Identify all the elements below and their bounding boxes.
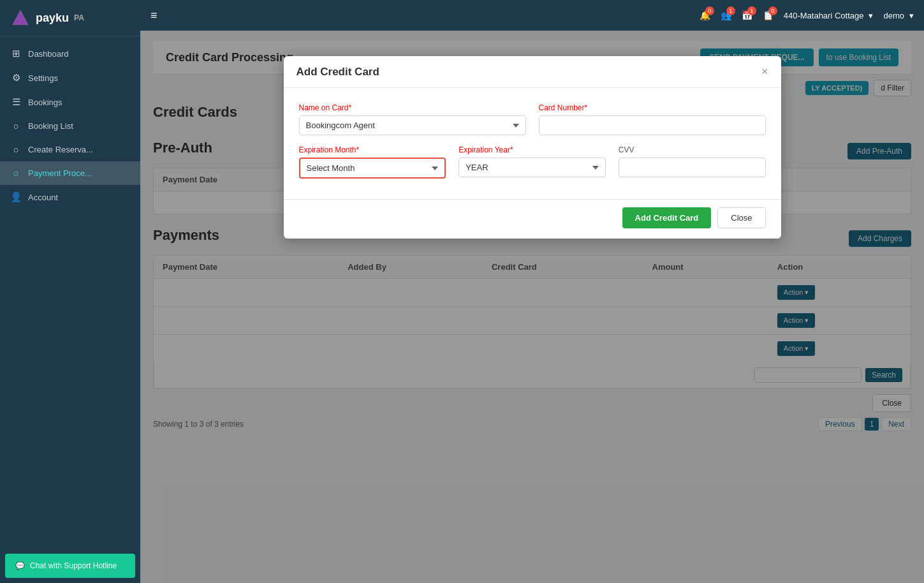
name-on-card-group: Name on Card* Bookingcom Agent — [299, 103, 526, 135]
user-dropdown-icon: ▾ — [909, 11, 914, 20]
clipboard-badge: 0 — [768, 6, 777, 15]
whatsapp-icon: 💬 — [15, 561, 25, 570]
add-cc-close-x-button[interactable]: × — [761, 65, 768, 78]
expiration-year-select[interactable]: YEAR 2024 2025 2026 2027 2028 2029 2030 — [458, 158, 606, 177]
sidebar: payku PA ⊞ Dashboard ⚙ Settings ☰ Bookin… — [0, 0, 140, 583]
property-name: 440-Matahari Cottage — [784, 11, 864, 20]
card-number-input[interactable] — [539, 115, 766, 135]
app-logo: payku PA — [0, 0, 140, 36]
notification-bell[interactable]: 🔔 0 — [700, 10, 710, 20]
modal-overlay: Add Credit Card × Name on Card* Bookin — [140, 31, 924, 583]
booking-list-icon: ○ — [10, 121, 22, 131]
sidebar-item-label: Dashboard — [28, 49, 69, 59]
expiration-month-label: Expiration Month* — [299, 145, 446, 154]
close-modal-button[interactable]: Close — [717, 207, 765, 228]
add-credit-card-button[interactable]: Add Credit Card — [622, 207, 712, 228]
logo-sub: PA — [74, 13, 84, 22]
content-area: Credit Card Processing SEND PAYMENT REQU… — [140, 31, 924, 583]
topbar: ≡ 🔔 0 👥 1 📅 1 📋 0 — [140, 0, 924, 31]
name-on-card-select[interactable]: Bookingcom Agent — [299, 115, 526, 135]
expiration-year-group: Expiration Year* YEAR 2024 2025 2026 202… — [458, 145, 606, 179]
sidebar-item-label: Bookings — [28, 98, 62, 107]
user-menu[interactable]: demo ▾ — [883, 11, 914, 20]
cvv-group: CVV — [619, 145, 766, 179]
sidebar-item-payment-processing[interactable]: ○ Payment Proce... — [0, 161, 140, 185]
payment-icon: ○ — [10, 168, 22, 179]
bell-badge: 0 — [705, 6, 714, 15]
add-cc-modal-body: Name on Card* Bookingcom Agent Card Numb… — [284, 88, 781, 199]
cvv-input[interactable] — [619, 158, 766, 177]
notification-clipboard[interactable]: 📋 0 — [763, 10, 774, 20]
settings-icon: ⚙ — [10, 72, 22, 84]
dashboard-icon: ⊞ — [10, 48, 22, 59]
name-on-card-label: Name on Card* — [299, 103, 526, 112]
hamburger-icon[interactable]: ≡ — [150, 9, 158, 22]
notification-users[interactable]: 👥 1 — [721, 10, 731, 20]
sidebar-item-label: Settings — [28, 73, 58, 83]
add-cc-modal-title: Add Credit Card — [297, 66, 379, 78]
main-content: ≡ 🔔 0 👥 1 📅 1 📋 0 — [140, 0, 924, 583]
sidebar-item-settings[interactable]: ⚙ Settings — [0, 66, 140, 90]
sidebar-item-dashboard[interactable]: ⊞ Dashboard — [0, 41, 140, 66]
sidebar-item-create-reservation[interactable]: ○ Create Reserva... — [0, 138, 140, 161]
sidebar-item-label: Payment Proce... — [28, 168, 92, 178]
property-dropdown-icon: ▾ — [869, 11, 873, 20]
sidebar-item-bookings[interactable]: ☰ Bookings — [0, 90, 140, 114]
form-row-1: Name on Card* Bookingcom Agent Card Numb… — [299, 103, 766, 135]
form-row-2: Expiration Month* Select Month January F… — [299, 145, 766, 179]
sidebar-item-label: Create Reserva... — [28, 145, 93, 154]
add-credit-card-modal: Add Credit Card × Name on Card* Bookin — [284, 56, 781, 239]
account-icon: 👤 — [10, 191, 22, 203]
expiration-month-group: Expiration Month* Select Month January F… — [299, 145, 446, 179]
card-number-label: Card Number* — [539, 103, 766, 112]
add-cc-modal-footer: Add Credit Card Close — [284, 199, 781, 239]
topbar-left: ≡ — [150, 9, 158, 22]
sidebar-item-booking-list[interactable]: ○ Booking List — [0, 114, 140, 138]
logo-text: payku — [36, 11, 69, 25]
bookings-icon: ☰ — [10, 96, 22, 108]
topbar-right: 🔔 0 👥 1 📅 1 📋 0 440-Matahari Cottage — [700, 10, 914, 20]
create-res-icon: ○ — [10, 144, 22, 155]
notification-calendar[interactable]: 📅 1 — [742, 10, 752, 20]
cvv-label: CVV — [619, 145, 766, 154]
users-badge: 1 — [726, 6, 735, 15]
calendar-badge: 1 — [747, 6, 756, 15]
username: demo — [883, 11, 904, 20]
sidebar-item-label: Account — [28, 193, 58, 202]
expiration-month-select[interactable]: Select Month January February March Apri… — [299, 158, 446, 179]
sidebar-item-label: Booking List — [28, 121, 73, 131]
sidebar-item-account[interactable]: 👤 Account — [0, 185, 140, 209]
card-number-group: Card Number* — [539, 103, 766, 135]
sidebar-nav: ⊞ Dashboard ⚙ Settings ☰ Bookings ○ Book… — [0, 36, 140, 549]
expiration-year-label: Expiration Year* — [458, 145, 606, 154]
chat-support-label: Chat with Support Hotline — [30, 561, 117, 570]
chat-support-button[interactable]: 💬 Chat with Support Hotline — [5, 554, 135, 578]
property-selector[interactable]: 440-Matahari Cottage ▾ — [784, 11, 874, 20]
add-cc-modal-header: Add Credit Card × — [284, 56, 781, 88]
